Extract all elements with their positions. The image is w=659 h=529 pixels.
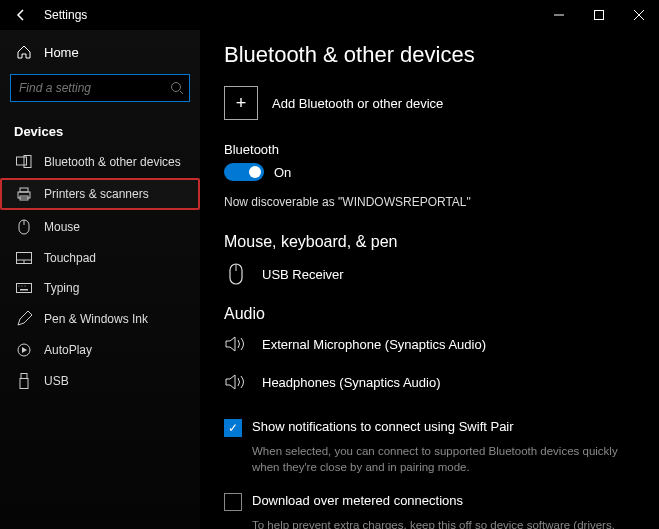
bluetooth-label: Bluetooth bbox=[224, 142, 635, 157]
metered-checkbox[interactable]: Download over metered connections bbox=[224, 493, 635, 511]
toggle-state: On bbox=[274, 165, 291, 180]
checkbox-unchecked-icon bbox=[224, 493, 242, 511]
speaker-icon bbox=[224, 373, 248, 391]
swift-pair-help: When selected, you can connect to suppor… bbox=[252, 443, 635, 475]
audio-section-heading: Audio bbox=[224, 305, 635, 323]
svg-rect-12 bbox=[17, 284, 32, 293]
body: Home Devices Bluetooth & other devices bbox=[0, 30, 659, 529]
device-external-mic[interactable]: External Microphone (Synaptics Audio) bbox=[224, 335, 635, 353]
close-icon bbox=[634, 10, 644, 20]
sidebar-item-label: Typing bbox=[44, 281, 79, 295]
usb-icon bbox=[16, 373, 32, 389]
maximize-icon bbox=[594, 10, 604, 20]
minimize-button[interactable] bbox=[539, 0, 579, 30]
svg-rect-19 bbox=[20, 379, 28, 389]
sidebar-item-autoplay[interactable]: AutoPlay bbox=[0, 335, 200, 365]
svg-point-14 bbox=[22, 286, 23, 287]
mouse-section-heading: Mouse, keyboard, & pen bbox=[224, 233, 635, 251]
search-icon bbox=[170, 81, 184, 95]
sidebar-item-printers[interactable]: Printers & scanners bbox=[0, 178, 200, 210]
sidebar-item-label: Pen & Windows Ink bbox=[44, 312, 148, 326]
plus-icon: + bbox=[224, 86, 258, 120]
keyboard-icon bbox=[16, 283, 32, 293]
device-usb-receiver[interactable]: USB Receiver bbox=[224, 263, 635, 285]
speaker-icon bbox=[224, 335, 248, 353]
devices-icon bbox=[16, 155, 32, 169]
sidebar-item-touchpad[interactable]: Touchpad bbox=[0, 243, 200, 273]
home-link[interactable]: Home bbox=[0, 38, 200, 66]
mouse-device-icon bbox=[224, 263, 248, 285]
sidebar: Home Devices Bluetooth & other devices bbox=[0, 30, 200, 529]
minimize-icon bbox=[554, 10, 564, 20]
svg-rect-0 bbox=[595, 11, 604, 20]
device-headphones[interactable]: Headphones (Synaptics Audio) bbox=[224, 373, 635, 391]
metered-label: Download over metered connections bbox=[252, 493, 463, 508]
search-box[interactable] bbox=[10, 74, 190, 102]
sidebar-item-label: Printers & scanners bbox=[44, 187, 149, 201]
maximize-button[interactable] bbox=[579, 0, 619, 30]
checkbox-checked-icon bbox=[224, 419, 242, 437]
svg-rect-5 bbox=[20, 188, 28, 192]
printer-icon bbox=[16, 187, 32, 201]
bluetooth-toggle-row: On bbox=[224, 163, 635, 181]
touchpad-icon bbox=[16, 252, 32, 264]
metered-help: To help prevent extra charges, keep this… bbox=[252, 517, 635, 529]
settings-window: Settings Home bbox=[0, 0, 659, 529]
autoplay-icon bbox=[16, 343, 32, 357]
back-button[interactable] bbox=[12, 6, 30, 24]
home-icon bbox=[16, 44, 32, 60]
mouse-icon bbox=[16, 219, 32, 235]
discoverable-text: Now discoverable as "WINDOWSREPORTAL" bbox=[224, 195, 635, 209]
sidebar-item-label: Bluetooth & other devices bbox=[44, 155, 181, 169]
svg-rect-18 bbox=[21, 374, 27, 379]
sidebar-item-label: AutoPlay bbox=[44, 343, 92, 357]
sidebar-item-mouse[interactable]: Mouse bbox=[0, 211, 200, 243]
content: Bluetooth & other devices + Add Bluetoot… bbox=[200, 30, 659, 529]
titlebar-left: Settings bbox=[12, 6, 87, 24]
search-input[interactable] bbox=[19, 81, 170, 95]
swift-pair-label: Show notifications to connect using Swif… bbox=[252, 419, 514, 434]
window-controls bbox=[539, 0, 659, 30]
home-label: Home bbox=[44, 45, 79, 60]
page-title: Bluetooth & other devices bbox=[224, 42, 635, 68]
sidebar-item-label: Mouse bbox=[44, 220, 80, 234]
svg-point-15 bbox=[25, 286, 26, 287]
add-device-label: Add Bluetooth or other device bbox=[272, 96, 443, 111]
sidebar-item-label: USB bbox=[44, 374, 69, 388]
svg-point-13 bbox=[19, 286, 20, 287]
sidebar-nav: Bluetooth & other devices Printers & sca… bbox=[0, 147, 200, 397]
sidebar-section-label: Devices bbox=[0, 110, 200, 147]
arrow-left-icon bbox=[14, 8, 28, 22]
svg-rect-2 bbox=[17, 157, 27, 165]
search-wrap bbox=[0, 66, 200, 110]
svg-point-1 bbox=[172, 83, 181, 92]
sidebar-item-bluetooth[interactable]: Bluetooth & other devices bbox=[0, 147, 200, 177]
device-label: External Microphone (Synaptics Audio) bbox=[262, 337, 486, 352]
pen-icon bbox=[16, 311, 32, 327]
device-label: USB Receiver bbox=[262, 267, 344, 282]
add-device-button[interactable]: + Add Bluetooth or other device bbox=[224, 86, 635, 120]
svg-rect-16 bbox=[20, 289, 28, 291]
sidebar-item-label: Touchpad bbox=[44, 251, 96, 265]
device-label: Headphones (Synaptics Audio) bbox=[262, 375, 441, 390]
close-button[interactable] bbox=[619, 0, 659, 30]
window-title: Settings bbox=[44, 8, 87, 22]
sidebar-item-usb[interactable]: USB bbox=[0, 365, 200, 397]
titlebar: Settings bbox=[0, 0, 659, 30]
sidebar-item-pen[interactable]: Pen & Windows Ink bbox=[0, 303, 200, 335]
bluetooth-toggle[interactable] bbox=[224, 163, 264, 181]
swift-pair-checkbox[interactable]: Show notifications to connect using Swif… bbox=[224, 419, 635, 437]
sidebar-item-typing[interactable]: Typing bbox=[0, 273, 200, 303]
